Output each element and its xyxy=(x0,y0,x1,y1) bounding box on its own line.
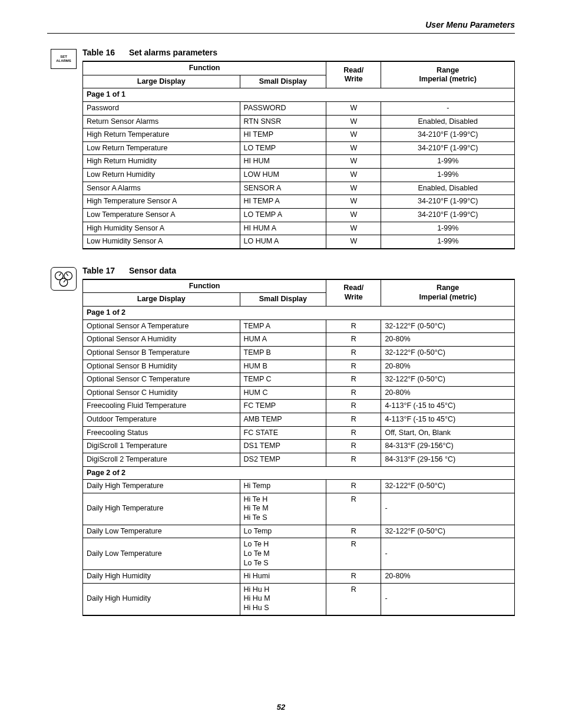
table-17-block: Table 17 Sensor data Function Read/ Writ… xyxy=(82,266,515,616)
table-16-page-label-row: Page 1 of 1 xyxy=(83,88,515,102)
table-16-head-rw: Read/ Write xyxy=(326,61,381,88)
table-16-block: SET ALARMS Table 16 Set alarms parameter… xyxy=(82,48,515,249)
table-17-small-display: FC TEMP xyxy=(240,400,326,413)
table-17-large-display: Optional Sensor B Humidity xyxy=(83,360,240,373)
table-17-small-display: FC STATE xyxy=(240,426,326,440)
table-17-range: 20-80% xyxy=(381,360,515,373)
table-17-row: Optional Sensor C HumidityHUM CR20-80% xyxy=(83,386,515,400)
table-16-rw: W xyxy=(326,141,381,155)
table-16-range: - xyxy=(381,101,515,115)
table-17-small-display: Lo Te HLo Te MLo Te S xyxy=(240,538,326,570)
table-17-large-display: Freecooling Fluid Temperature xyxy=(83,400,240,413)
table-17-small-display-line: Lo Te M xyxy=(244,549,323,559)
table-16-large-display: Return Sensor Alarms xyxy=(83,115,240,129)
sensor-gauges-icon xyxy=(51,267,77,291)
table-17-rw: R xyxy=(326,386,381,400)
table-17-large-display: Daily High Temperature xyxy=(83,480,240,493)
table-16-large-display: Low Humidity Sensor A xyxy=(83,235,240,249)
table-17-row: Optional Sensor C TemperatureTEMP CR32-1… xyxy=(83,373,515,387)
table-17-range: 84-313°F (29-156°C) xyxy=(381,440,515,453)
table-17-small-display-line: Hi Te M xyxy=(244,504,323,513)
table-16-small-display: HI HUM A xyxy=(240,222,326,235)
table-16-range: Enabled, Disabled xyxy=(381,115,515,129)
table-17-rw: R xyxy=(326,583,381,615)
table-17-rw: R xyxy=(326,413,381,427)
table-17-range: 84-313°F (29-156 °C) xyxy=(381,453,515,466)
table-16-row: High Humidity Sensor AHI HUM AW1-99% xyxy=(83,222,515,235)
table-17-small-display: Hi Temp xyxy=(240,480,326,493)
svg-line-5 xyxy=(64,279,65,282)
table-17-rw: R xyxy=(326,538,381,570)
table-17-row: Optional Sensor B HumidityHUM BR20-80% xyxy=(83,360,515,373)
table-17-rw: R xyxy=(326,319,381,333)
table-17-page-label-row: Page 1 of 2 xyxy=(83,307,515,320)
set-alarms-icon-line2: ALARMS xyxy=(56,59,71,63)
table-17-row: Optional Sensor A HumidityHUM AR20-80% xyxy=(83,333,515,347)
table-17-rw: R xyxy=(326,400,381,413)
table-16-row: Low Humidity Sensor ALO HUM AW1-99% xyxy=(83,235,515,249)
table-17-head-function: Function xyxy=(83,279,326,293)
table-17-small-display-line: Lo Te H xyxy=(244,540,323,549)
table-17-caption: Table 17 Sensor data xyxy=(82,266,515,275)
table-17-range: 20-80% xyxy=(381,333,515,347)
table-16-small-display: PASSWORD xyxy=(240,101,326,115)
table-17-small-display: TEMP A xyxy=(240,319,326,333)
table-16-small-display: LO TEMP A xyxy=(240,208,326,222)
table-17-number: Table 17 xyxy=(82,266,115,275)
table-17-large-display: Daily Low Temperature xyxy=(83,525,240,538)
table-16-range: 1-99% xyxy=(381,235,515,249)
table-17-large-display: Outdoor Temperature xyxy=(83,413,240,427)
table-17: Function Read/ Write Range Imperial (met… xyxy=(82,279,515,616)
table-17-large-display: Daily High Humidity xyxy=(83,570,240,584)
table-16-page-label: Page 1 of 1 xyxy=(83,88,515,102)
table-16-small-display: HI TEMP A xyxy=(240,195,326,209)
table-17-small-display-line: Hi Hu M xyxy=(244,594,323,604)
table-16-large-display: Sensor A Alarms xyxy=(83,182,240,195)
table-16-number: Table 16 xyxy=(82,48,115,57)
table-16-small-display: HI TEMP xyxy=(240,129,326,142)
table-16-rw: W xyxy=(326,101,381,115)
table-17-small-display-line: Hi Hu H xyxy=(244,585,323,595)
table-17-rw: R xyxy=(326,453,381,466)
table-16: Function Read/ Write Range Imperial (met… xyxy=(82,61,515,249)
table-17-rw: R xyxy=(326,570,381,584)
table-16-small-display: HI HUM xyxy=(240,155,326,169)
table-17-row: Daily Low TemperatureLo TempR32-122°F (0… xyxy=(83,525,515,538)
table-16-head-range-line1: Range xyxy=(437,66,459,74)
svg-line-3 xyxy=(66,273,68,275)
section-header: User Menu Parameters xyxy=(47,20,515,29)
table-17-range: 20-80% xyxy=(381,570,515,584)
table-16-range: 34-210°F (1-99°C) xyxy=(381,208,515,222)
table-17-range: 32-122°F (0-50°C) xyxy=(381,346,515,360)
table-17-large-display: Daily High Humidity xyxy=(83,583,240,615)
table-16-range: Enabled, Disabled xyxy=(381,182,515,195)
table-16-small-display: LO HUM A xyxy=(240,235,326,249)
table-17-head-range-line2: Imperial (metric) xyxy=(419,293,477,301)
table-16-range: 1-99% xyxy=(381,155,515,169)
table-17-range: - xyxy=(381,583,515,615)
table-16-head-large: Large Display xyxy=(83,75,240,88)
table-16-rw: W xyxy=(326,115,381,129)
table-16-head-rw-line1: Read/ xyxy=(343,66,363,74)
table-16-range: 34-210°F (1-99°C) xyxy=(381,129,515,142)
table-16-row: Low Return HumidityLOW HUMW1-99% xyxy=(83,169,515,182)
table-17-row: DigiScroll 1 TemperatureDS1 TEMPR84-313°… xyxy=(83,440,515,453)
table-17-row: Optional Sensor A TemperatureTEMP AR32-1… xyxy=(83,319,515,333)
table-16-range: 1-99% xyxy=(381,169,515,182)
table-17-row: Daily High TemperatureHi Te HHi Te MHi T… xyxy=(83,493,515,525)
table-17-range: 32-122°F (0-50°C) xyxy=(381,480,515,493)
table-17-range: - xyxy=(381,493,515,525)
table-17-rw: R xyxy=(326,440,381,453)
table-16-row: Sensor A AlarmsSENSOR AWEnabled, Disable… xyxy=(83,182,515,195)
table-17-large-display: Daily High Temperature xyxy=(83,493,240,525)
table-17-head-range: Range Imperial (metric) xyxy=(381,279,515,307)
table-17-large-display: Optional Sensor B Temperature xyxy=(83,346,240,360)
table-17-small-display: AMB TEMP xyxy=(240,413,326,427)
table-17-range: 4-113°F (-15 to 45°C) xyxy=(381,413,515,427)
table-16-head-range: Range Imperial (metric) xyxy=(381,61,515,88)
table-17-small-display-line: Hi Te S xyxy=(244,513,323,523)
table-17-small-display-line: Lo Te S xyxy=(244,559,323,568)
table-16-rw: W xyxy=(326,129,381,142)
table-17-page-label: Page 1 of 2 xyxy=(83,307,515,320)
table-16-rw: W xyxy=(326,208,381,222)
